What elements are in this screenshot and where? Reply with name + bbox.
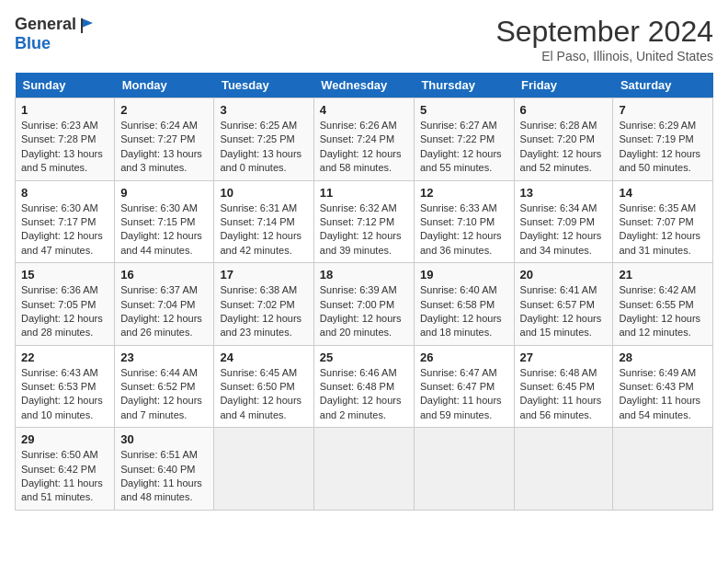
cell-content: Sunrise: 6:23 AMSunset: 7:28 PMDaylight:… <box>21 119 108 176</box>
title-area: September 2024 El Paso, Illinois, United… <box>495 15 713 63</box>
cell-content: Sunrise: 6:38 AMSunset: 7:02 PMDaylight:… <box>220 283 307 340</box>
cell-content: Sunrise: 6:34 AMSunset: 7:09 PMDaylight:… <box>520 201 608 259</box>
day-number: 10 <box>220 186 307 200</box>
cell-content: Sunrise: 6:31 AMSunset: 7:14 PMDaylight:… <box>220 201 307 259</box>
calendar-week-2: 8Sunrise: 6:30 AMSunset: 7:17 PMDaylight… <box>16 180 713 263</box>
calendar-week-1: 1Sunrise: 6:23 AMSunset: 7:28 PMDaylight… <box>16 98 713 181</box>
day-number: 29 <box>21 432 108 446</box>
cell-content: Sunrise: 6:50 AMSunset: 6:42 PMDaylight:… <box>21 448 108 505</box>
calendar-cell: 20Sunrise: 6:41 AMSunset: 6:57 PMDayligh… <box>514 263 613 346</box>
day-number: 4 <box>320 103 408 117</box>
day-number: 16 <box>120 268 208 282</box>
calendar-cell: 8Sunrise: 6:30 AMSunset: 7:17 PMDaylight… <box>16 180 115 263</box>
day-number: 9 <box>120 186 208 200</box>
logo-general-text: General <box>15 15 76 34</box>
cell-content: Sunrise: 6:48 AMSunset: 6:45 PMDaylight:… <box>520 366 608 423</box>
calendar-cell: 4Sunrise: 6:26 AMSunset: 7:24 PMDaylight… <box>313 98 414 181</box>
calendar-cell: 28Sunrise: 6:49 AMSunset: 6:43 PMDayligh… <box>613 345 713 428</box>
cell-content: Sunrise: 6:28 AMSunset: 7:20 PMDaylight:… <box>520 119 608 176</box>
day-number: 2 <box>120 103 208 117</box>
cell-content: Sunrise: 6:44 AMSunset: 6:52 PMDaylight:… <box>120 366 208 423</box>
cell-content: Sunrise: 6:33 AMSunset: 7:10 PMDaylight:… <box>420 201 508 259</box>
calendar-cell: 14Sunrise: 6:35 AMSunset: 7:07 PMDayligh… <box>613 180 713 263</box>
cell-content: Sunrise: 6:40 AMSunset: 6:58 PMDaylight:… <box>420 283 508 340</box>
header-tuesday: Tuesday <box>214 73 313 98</box>
logo: General Blue <box>15 15 98 53</box>
cell-content: Sunrise: 6:45 AMSunset: 6:50 PMDaylight:… <box>220 366 307 423</box>
logo-blue-text: Blue <box>15 34 51 52</box>
cell-content: Sunrise: 6:49 AMSunset: 6:43 PMDaylight:… <box>619 366 707 423</box>
day-number: 14 <box>619 186 707 200</box>
calendar-cell: 22Sunrise: 6:43 AMSunset: 6:53 PMDayligh… <box>16 345 115 428</box>
calendar-cell: 2Sunrise: 6:24 AMSunset: 7:27 PMDaylight… <box>115 98 214 181</box>
calendar-cell: 30Sunrise: 6:51 AMSunset: 6:40 PMDayligh… <box>115 428 214 511</box>
calendar-header-row: SundayMondayTuesdayWednesdayThursdayFrid… <box>16 73 713 98</box>
day-number: 25 <box>320 350 408 364</box>
day-number: 6 <box>520 103 608 117</box>
calendar-cell: 15Sunrise: 6:36 AMSunset: 7:05 PMDayligh… <box>16 263 115 346</box>
cell-content: Sunrise: 6:29 AMSunset: 7:19 PMDaylight:… <box>619 119 707 176</box>
day-number: 20 <box>520 268 608 282</box>
cell-content: Sunrise: 6:30 AMSunset: 7:17 PMDaylight:… <box>21 201 108 259</box>
calendar-cell: 3Sunrise: 6:25 AMSunset: 7:25 PMDaylight… <box>214 98 313 181</box>
month-title: September 2024 <box>495 15 713 49</box>
calendar-week-5: 29Sunrise: 6:50 AMSunset: 6:42 PMDayligh… <box>16 428 713 511</box>
calendar-cell: 11Sunrise: 6:32 AMSunset: 7:12 PMDayligh… <box>313 180 414 263</box>
cell-content: Sunrise: 6:47 AMSunset: 6:47 PMDaylight:… <box>420 366 508 423</box>
calendar-cell: 19Sunrise: 6:40 AMSunset: 6:58 PMDayligh… <box>414 263 514 346</box>
day-number: 26 <box>420 350 508 364</box>
calendar-cell: 6Sunrise: 6:28 AMSunset: 7:20 PMDaylight… <box>514 98 613 181</box>
day-number: 3 <box>220 103 307 117</box>
day-number: 15 <box>21 268 108 282</box>
calendar-week-4: 22Sunrise: 6:43 AMSunset: 6:53 PMDayligh… <box>16 345 713 428</box>
calendar-cell: 24Sunrise: 6:45 AMSunset: 6:50 PMDayligh… <box>214 345 313 428</box>
calendar-cell <box>514 428 613 511</box>
calendar-cell: 27Sunrise: 6:48 AMSunset: 6:45 PMDayligh… <box>514 345 613 428</box>
calendar-cell: 7Sunrise: 6:29 AMSunset: 7:19 PMDaylight… <box>613 98 713 181</box>
day-number: 27 <box>520 350 608 364</box>
calendar-cell: 10Sunrise: 6:31 AMSunset: 7:14 PMDayligh… <box>214 180 313 263</box>
day-number: 21 <box>619 268 707 282</box>
day-number: 30 <box>120 432 208 446</box>
calendar-cell: 29Sunrise: 6:50 AMSunset: 6:42 PMDayligh… <box>16 428 115 511</box>
day-number: 11 <box>320 186 408 200</box>
cell-content: Sunrise: 6:32 AMSunset: 7:12 PMDaylight:… <box>320 201 408 259</box>
header-thursday: Thursday <box>414 73 514 98</box>
day-number: 5 <box>420 103 508 117</box>
calendar-cell: 25Sunrise: 6:46 AMSunset: 6:48 PMDayligh… <box>313 345 414 428</box>
cell-content: Sunrise: 6:37 AMSunset: 7:04 PMDaylight:… <box>120 283 208 340</box>
cell-content: Sunrise: 6:27 AMSunset: 7:22 PMDaylight:… <box>420 119 508 176</box>
calendar-cell: 26Sunrise: 6:47 AMSunset: 6:47 PMDayligh… <box>414 345 514 428</box>
calendar-cell: 12Sunrise: 6:33 AMSunset: 7:10 PMDayligh… <box>414 180 514 263</box>
calendar-cell <box>313 428 414 511</box>
day-number: 22 <box>21 350 108 364</box>
day-number: 7 <box>619 103 707 117</box>
cell-content: Sunrise: 6:36 AMSunset: 7:05 PMDaylight:… <box>21 283 108 340</box>
header-sunday: Sunday <box>16 73 115 98</box>
day-number: 17 <box>220 268 307 282</box>
cell-content: Sunrise: 6:30 AMSunset: 7:15 PMDaylight:… <box>120 201 208 259</box>
header-wednesday: Wednesday <box>313 73 414 98</box>
day-number: 24 <box>220 350 307 364</box>
calendar-cell: 13Sunrise: 6:34 AMSunset: 7:09 PMDayligh… <box>514 180 613 263</box>
day-number: 12 <box>420 186 508 200</box>
location: El Paso, Illinois, United States <box>495 49 713 63</box>
calendar-cell: 17Sunrise: 6:38 AMSunset: 7:02 PMDayligh… <box>214 263 313 346</box>
calendar-cell: 21Sunrise: 6:42 AMSunset: 6:55 PMDayligh… <box>613 263 713 346</box>
calendar-cell <box>613 428 713 511</box>
cell-content: Sunrise: 6:39 AMSunset: 7:00 PMDaylight:… <box>320 283 408 340</box>
cell-content: Sunrise: 6:42 AMSunset: 6:55 PMDaylight:… <box>619 283 707 340</box>
cell-content: Sunrise: 6:25 AMSunset: 7:25 PMDaylight:… <box>220 119 307 176</box>
logo-flag-icon <box>80 17 98 33</box>
calendar-cell: 23Sunrise: 6:44 AMSunset: 6:52 PMDayligh… <box>115 345 214 428</box>
day-number: 28 <box>619 350 707 364</box>
calendar-cell: 1Sunrise: 6:23 AMSunset: 7:28 PMDaylight… <box>16 98 115 181</box>
day-number: 13 <box>520 186 608 200</box>
calendar-cell: 16Sunrise: 6:37 AMSunset: 7:04 PMDayligh… <box>115 263 214 346</box>
cell-content: Sunrise: 6:51 AMSunset: 6:40 PMDaylight:… <box>120 448 208 505</box>
day-number: 8 <box>21 186 108 200</box>
day-number: 19 <box>420 268 508 282</box>
cell-content: Sunrise: 6:41 AMSunset: 6:57 PMDaylight:… <box>520 283 608 340</box>
calendar-cell: 18Sunrise: 6:39 AMSunset: 7:00 PMDayligh… <box>313 263 414 346</box>
day-number: 1 <box>21 103 108 117</box>
